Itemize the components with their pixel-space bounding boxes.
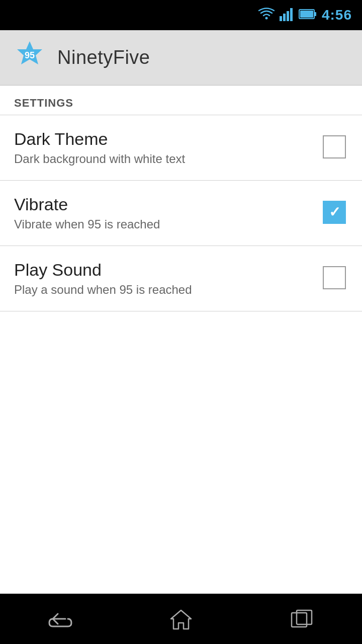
app-logo: 95 xyxy=(12,40,47,75)
play-sound-title: Play Sound xyxy=(14,260,313,280)
home-button[interactable] xyxy=(151,604,211,634)
play-sound-checkbox[interactable] xyxy=(323,266,348,291)
status-time: 4:56 xyxy=(322,7,352,23)
nav-bar xyxy=(0,594,362,644)
play-sound-checkbox-unchecked[interactable] xyxy=(323,266,346,289)
setting-item-vibrate[interactable]: Vibrate Vibrate when 95 is reached xyxy=(0,181,362,246)
setting-item-dark-theme[interactable]: Dark Theme Dark background with white te… xyxy=(0,115,362,181)
setting-text-play-sound: Play Sound Play a sound when 95 is reach… xyxy=(14,260,313,297)
section-header: SETTINGS xyxy=(0,86,362,115)
signal-icon xyxy=(280,7,294,23)
vibrate-checkbox-checked[interactable] xyxy=(323,201,346,224)
vibrate-title: Vibrate xyxy=(14,195,313,214)
dark-theme-title: Dark Theme xyxy=(14,129,313,149)
svg-rect-3 xyxy=(287,11,289,21)
section-title: SETTINGS xyxy=(14,97,73,109)
vibrate-description: Vibrate when 95 is reached xyxy=(14,217,313,231)
wifi-icon xyxy=(258,7,275,23)
status-icons: 4:56 xyxy=(258,7,352,23)
dark-theme-checkbox[interactable] xyxy=(323,135,348,160)
status-bar: 4:56 xyxy=(0,0,362,30)
app-title: NinetyFive xyxy=(57,47,150,68)
play-sound-description: Play a sound when 95 is reached xyxy=(14,283,313,297)
dark-theme-checkbox-unchecked[interactable] xyxy=(323,135,346,158)
svg-rect-7 xyxy=(300,11,313,18)
recents-button[interactable] xyxy=(272,604,332,634)
svg-rect-2 xyxy=(283,14,286,21)
svg-rect-1 xyxy=(280,16,282,21)
svg-text:95: 95 xyxy=(25,50,35,60)
svg-rect-6 xyxy=(314,12,316,16)
svg-point-0 xyxy=(265,17,267,20)
setting-text-dark-theme: Dark Theme Dark background with white te… xyxy=(14,129,313,166)
vibrate-checkbox[interactable] xyxy=(323,201,348,226)
back-button[interactable] xyxy=(30,604,90,634)
setting-text-vibrate: Vibrate Vibrate when 95 is reached xyxy=(14,195,313,231)
svg-rect-4 xyxy=(290,8,293,21)
battery-icon xyxy=(299,8,317,22)
settings-list: Dark Theme Dark background with white te… xyxy=(0,115,362,311)
app-bar: 95 NinetyFive xyxy=(0,30,362,86)
setting-item-play-sound[interactable]: Play Sound Play a sound when 95 is reach… xyxy=(0,246,362,311)
dark-theme-description: Dark background with white text xyxy=(14,152,313,166)
main-content: SETTINGS Dark Theme Dark background with… xyxy=(0,86,362,594)
